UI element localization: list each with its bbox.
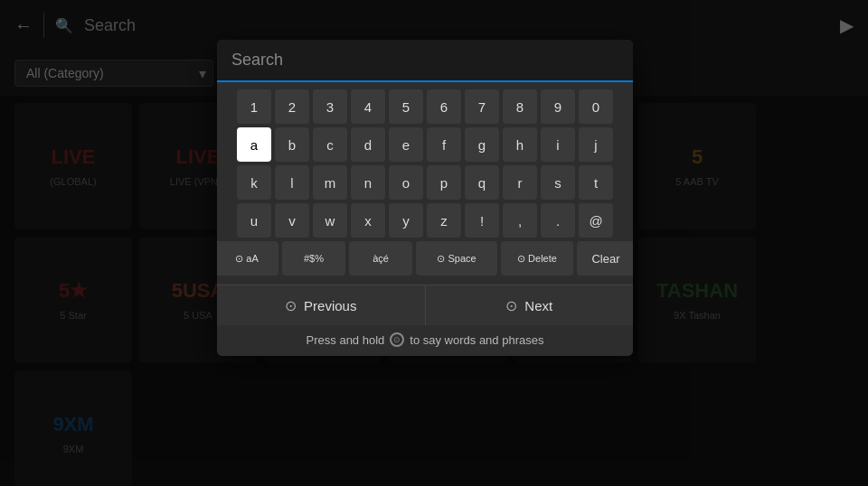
key-n[interactable]: n: [351, 165, 385, 200]
keyboard-search-input[interactable]: [217, 40, 633, 82]
key-symbols[interactable]: #$%: [282, 241, 345, 276]
key-u[interactable]: u: [237, 203, 271, 238]
key-j[interactable]: j: [579, 127, 613, 162]
key-6[interactable]: 6: [427, 89, 461, 124]
key-g[interactable]: g: [465, 127, 499, 162]
key-3[interactable]: 3: [313, 89, 347, 124]
key-c[interactable]: c: [313, 127, 347, 162]
key-o[interactable]: o: [389, 165, 423, 200]
key-f[interactable]: f: [427, 127, 461, 162]
key-7[interactable]: 7: [465, 89, 499, 124]
key-w[interactable]: w: [313, 203, 347, 238]
key-v[interactable]: v: [275, 203, 309, 238]
hint-text: Press and hold ⊙ to say words and phrase…: [217, 325, 633, 356]
key-2[interactable]: 2: [275, 89, 309, 124]
key-at[interactable]: @: [579, 203, 613, 238]
next-button[interactable]: ⊙ Next: [426, 285, 634, 325]
key-8[interactable]: 8: [503, 89, 537, 124]
key-clear[interactable]: Clear: [577, 241, 633, 276]
key-period[interactable]: .: [541, 203, 575, 238]
alpha-row-3: u v w x y z ! , . @: [224, 203, 626, 238]
key-space[interactable]: ⊙ Space: [416, 241, 497, 276]
key-accents[interactable]: àçé: [349, 241, 412, 276]
key-case-toggle[interactable]: ⊙ aA: [217, 241, 278, 276]
key-x[interactable]: x: [351, 203, 385, 238]
key-1[interactable]: 1: [237, 89, 271, 124]
key-9[interactable]: 9: [541, 89, 575, 124]
key-5[interactable]: 5: [389, 89, 423, 124]
previous-icon: ⊙: [285, 297, 297, 314]
next-icon: ⊙: [505, 297, 517, 314]
number-row: 1 2 3 4 5 6 7 8 9 0: [224, 89, 626, 124]
keyboard-body: 1 2 3 4 5 6 7 8 9 0 a b c d e f g h i j …: [217, 82, 633, 285]
nav-row: ⊙ Previous ⊙ Next: [217, 285, 633, 325]
key-a[interactable]: a: [237, 127, 271, 162]
key-m[interactable]: m: [313, 165, 347, 200]
hint-prefix: Press and hold: [307, 333, 385, 347]
previous-label: Previous: [304, 298, 356, 313]
key-y[interactable]: y: [389, 203, 423, 238]
key-s[interactable]: s: [541, 165, 575, 200]
key-q[interactable]: q: [465, 165, 499, 200]
key-t[interactable]: t: [579, 165, 613, 200]
key-i[interactable]: i: [541, 127, 575, 162]
action-row: ⊙ aA #$% àçé ⊙ Space ⊙ Delete Clear: [224, 241, 626, 276]
key-h[interactable]: h: [503, 127, 537, 162]
key-comma[interactable]: ,: [503, 203, 537, 238]
key-l[interactable]: l: [275, 165, 309, 200]
key-p[interactable]: p: [427, 165, 461, 200]
key-k[interactable]: k: [237, 165, 271, 200]
alpha-row-1: a b c d e f g h i j: [224, 127, 626, 162]
previous-button[interactable]: ⊙ Previous: [217, 285, 426, 325]
key-0[interactable]: 0: [579, 89, 613, 124]
keyboard-modal: 1 2 3 4 5 6 7 8 9 0 a b c d e f g h i j …: [217, 40, 633, 356]
key-e[interactable]: e: [389, 127, 423, 162]
key-exclaim[interactable]: !: [465, 203, 499, 238]
alpha-row-2: k l m n o p q r s t: [224, 165, 626, 200]
key-delete[interactable]: ⊙ Delete: [501, 241, 573, 276]
key-z[interactable]: z: [427, 203, 461, 238]
hint-icon: ⊙: [390, 332, 404, 347]
hint-suffix: to say words and phrases: [410, 333, 543, 347]
key-4[interactable]: 4: [351, 89, 385, 124]
key-r[interactable]: r: [503, 165, 537, 200]
key-b[interactable]: b: [275, 127, 309, 162]
key-d[interactable]: d: [351, 127, 385, 162]
next-label: Next: [524, 298, 552, 313]
